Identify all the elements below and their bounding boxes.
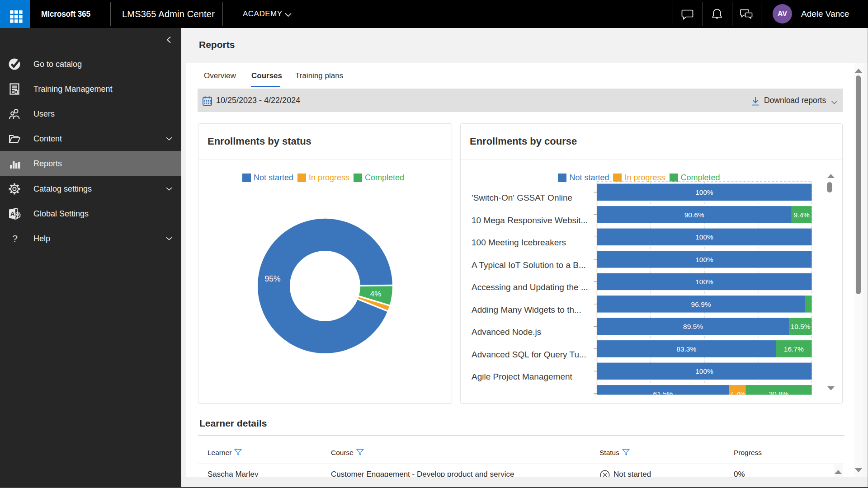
svg-text:A: A <box>10 211 15 217</box>
